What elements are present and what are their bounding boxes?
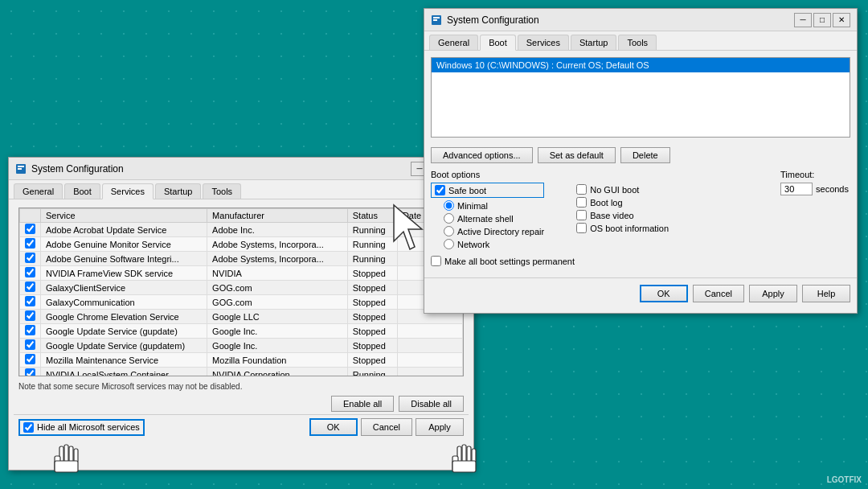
services-ok-button[interactable]: OK bbox=[309, 418, 358, 436]
table-row: Adobe Acrobat Update Service Adobe Inc. … bbox=[20, 223, 463, 237]
network-radio[interactable] bbox=[444, 239, 454, 249]
services-table-container[interactable]: Service Manufacturer Status Date Disa...… bbox=[18, 208, 464, 376]
service-checkbox-cell[interactable] bbox=[20, 310, 41, 324]
table-row: Google Chrome Elevation Service Google L… bbox=[20, 310, 463, 324]
boot-ok-button[interactable]: OK bbox=[640, 285, 688, 302]
service-name: NVIDIA FrameView SDK service bbox=[41, 266, 207, 281]
make-permanent-label: Make all boot settings permanent bbox=[444, 257, 575, 266]
boot-tab-boot[interactable]: Boot bbox=[480, 35, 516, 51]
services-content: Service Manufacturer Status Date Disa...… bbox=[9, 199, 473, 444]
boot-main-buttons: Advanced options... Set as default Delet… bbox=[424, 144, 857, 166]
alternate-shell-radio[interactable] bbox=[444, 213, 454, 224]
boot-window-title: System Configuration bbox=[447, 14, 539, 26]
hide-ms-label[interactable]: Hide all Microsoft services bbox=[18, 419, 145, 436]
service-checkbox[interactable] bbox=[25, 281, 35, 292]
enable-disable-row: Enable all Disable all bbox=[14, 393, 469, 414]
safe-boot-checkbox[interactable] bbox=[435, 185, 445, 195]
services-tab-bar: General Boot Services Startup Tools bbox=[9, 180, 473, 199]
service-checkbox[interactable] bbox=[25, 296, 35, 306]
service-checkbox[interactable] bbox=[25, 224, 35, 234]
tab-services[interactable]: Services bbox=[102, 183, 154, 199]
services-apply-button[interactable]: Apply bbox=[416, 418, 464, 436]
boot-help-button[interactable]: Help bbox=[802, 285, 850, 302]
boot-apply-button[interactable]: Apply bbox=[749, 285, 797, 302]
set-as-default-button[interactable]: Set as default bbox=[538, 147, 616, 163]
disable-all-button[interactable]: Disable all bbox=[399, 396, 464, 412]
table-row: Adobe Genuine Software Integri... Adobe … bbox=[20, 252, 463, 266]
hide-ms-checkbox[interactable] bbox=[23, 422, 34, 433]
service-checkbox-cell[interactable] bbox=[20, 324, 41, 339]
boot-log-label: Boot log bbox=[590, 198, 622, 208]
service-checkbox[interactable] bbox=[25, 325, 35, 335]
base-video-checkbox[interactable] bbox=[576, 210, 587, 220]
service-manufacturer: GOG.com bbox=[207, 295, 348, 310]
minimal-radio[interactable] bbox=[444, 200, 454, 211]
service-manufacturer: Mozilla Foundation bbox=[207, 353, 348, 368]
service-name: GalaxyClientService bbox=[41, 281, 207, 295]
service-manufacturer: Google LLC bbox=[207, 310, 348, 324]
ad-repair-radio[interactable] bbox=[444, 226, 454, 236]
services-bottom-bar: Hide all Microsoft services OK Cancel Ap… bbox=[14, 414, 469, 439]
tab-general[interactable]: General bbox=[14, 183, 63, 199]
tab-boot[interactable]: Boot bbox=[64, 183, 100, 199]
boot-list-box[interactable]: Windows 10 (C:\WINDOWS) : Current OS; De… bbox=[431, 57, 850, 138]
service-checkbox[interactable] bbox=[25, 238, 35, 249]
advanced-options-button[interactable]: Advanced options... bbox=[431, 147, 533, 163]
service-checkbox-cell[interactable] bbox=[20, 281, 41, 295]
services-cancel-button[interactable]: Cancel bbox=[361, 418, 412, 436]
table-row: Adobe Genuine Monitor Service Adobe Syst… bbox=[20, 237, 463, 252]
table-row: NVIDIA FrameView SDK service NVIDIA Stop… bbox=[20, 266, 463, 281]
service-status: Stopped bbox=[347, 281, 397, 295]
timeout-label: Timeout: bbox=[780, 170, 849, 179]
enable-all-button[interactable]: Enable all bbox=[331, 396, 394, 412]
delete-button[interactable]: Delete bbox=[620, 147, 670, 163]
alternate-shell-label: Alternate shell bbox=[457, 214, 514, 224]
boot-tab-tools[interactable]: Tools bbox=[618, 35, 657, 50]
service-checkbox-cell[interactable] bbox=[20, 237, 41, 252]
service-checkbox[interactable] bbox=[25, 253, 35, 263]
services-dialog-buttons: OK Cancel Apply bbox=[309, 418, 464, 436]
service-checkbox-cell[interactable] bbox=[20, 353, 41, 368]
service-checkbox-cell[interactable] bbox=[20, 339, 41, 353]
service-checkbox[interactable] bbox=[25, 310, 35, 321]
boot-tab-general[interactable]: General bbox=[429, 35, 478, 50]
boot-minimize-button[interactable]: ─ bbox=[794, 13, 812, 27]
boot-tab-startup[interactable]: Startup bbox=[571, 35, 616, 50]
boot-cancel-button[interactable]: Cancel bbox=[693, 285, 744, 302]
service-date bbox=[397, 368, 462, 377]
service-checkbox-cell[interactable] bbox=[20, 295, 41, 310]
boot-tab-services[interactable]: Services bbox=[518, 35, 569, 50]
os-boot-info-checkbox[interactable] bbox=[576, 223, 587, 233]
service-manufacturer: NVIDIA bbox=[207, 266, 348, 281]
col-status[interactable]: Status bbox=[347, 209, 397, 223]
service-checkbox-cell[interactable] bbox=[20, 252, 41, 266]
service-checkbox[interactable] bbox=[25, 339, 35, 350]
svg-rect-5 bbox=[433, 19, 437, 21]
no-gui-checkbox[interactable] bbox=[576, 184, 587, 195]
service-checkbox[interactable] bbox=[25, 267, 35, 277]
make-permanent-checkbox[interactable] bbox=[431, 256, 441, 266]
services-table: Service Manufacturer Status Date Disa...… bbox=[19, 208, 463, 376]
timeout-input[interactable] bbox=[780, 183, 813, 195]
service-checkbox-cell[interactable] bbox=[20, 266, 41, 281]
boot-log-checkbox[interactable] bbox=[576, 197, 587, 208]
service-name: Adobe Genuine Monitor Service bbox=[41, 237, 207, 252]
col-service[interactable]: Service bbox=[41, 209, 207, 223]
service-name: Adobe Acrobat Update Service bbox=[41, 223, 207, 237]
boot-options-label: Boot options bbox=[431, 170, 544, 179]
col-check[interactable] bbox=[20, 209, 41, 223]
tab-startup[interactable]: Startup bbox=[155, 183, 201, 199]
service-status: Running bbox=[347, 368, 397, 377]
table-row: Google Update Service (gupdate) Google I… bbox=[20, 324, 463, 339]
boot-window-icon bbox=[431, 14, 442, 26]
tab-tools[interactable]: Tools bbox=[203, 183, 241, 199]
boot-close-button[interactable]: ✕ bbox=[833, 13, 850, 27]
col-manufacturer[interactable]: Manufacturer bbox=[207, 209, 348, 223]
boot-entry-0[interactable]: Windows 10 (C:\WINDOWS) : Current OS; De… bbox=[432, 58, 850, 72]
service-checkbox-cell[interactable] bbox=[20, 223, 41, 237]
service-date bbox=[397, 339, 462, 353]
service-checkbox-cell[interactable] bbox=[20, 368, 41, 377]
boot-maximize-button[interactable]: □ bbox=[813, 13, 831, 27]
service-checkbox[interactable] bbox=[25, 354, 35, 364]
service-checkbox[interactable] bbox=[25, 368, 35, 376]
